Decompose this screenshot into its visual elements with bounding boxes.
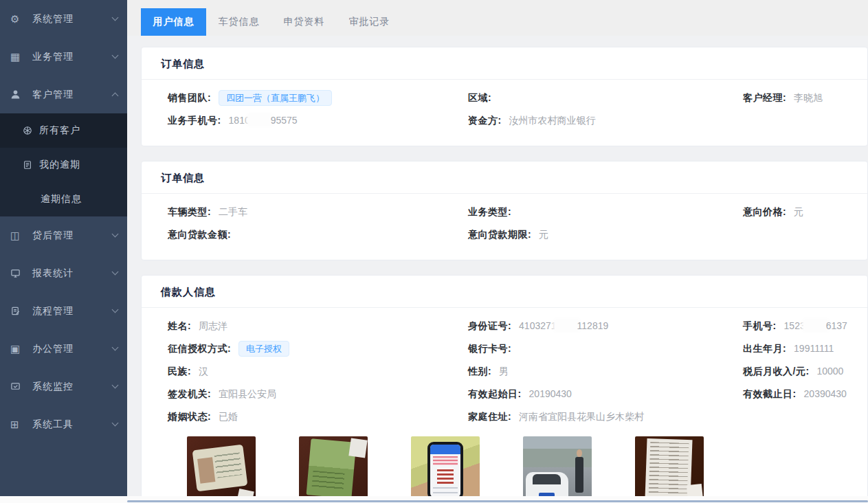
sidebar-item-office-management[interactable]: ▣ 办公管理 — [0, 330, 127, 368]
main-content: 用户信息 车贷信息 申贷资料 审批记录 订单信息 销售团队: 四团一营（直属王鹏… — [127, 0, 868, 503]
redaction-blur — [803, 320, 828, 331]
photo-item: 征信授权 — [411, 436, 480, 503]
sidebar-item-system-monitoring[interactable]: 系统监控 — [0, 368, 127, 405]
field-sales-team: 销售团队: 四团一营（直属王鹏飞） — [168, 90, 468, 107]
field-name: 姓名: 周志洋 — [168, 320, 468, 333]
sidebar-item-label: 系统管理 — [32, 13, 113, 25]
field-valid-from: 有效起始日: 20190430 — [468, 388, 743, 401]
field-issuing-authority: 签发机关: 宜阳县公安局 — [168, 388, 468, 401]
grid-icon: ▦ — [10, 51, 27, 63]
field-bank-card: 银行卡号: — [468, 343, 743, 355]
sidebar-item-customer-management[interactable]: 客户管理 — [0, 76, 127, 113]
field-business-type: 业务类型: — [468, 206, 743, 219]
sidebar-item-system-tools[interactable]: ⊞ 系统工具 — [0, 405, 127, 443]
chevron-down-icon — [112, 420, 119, 427]
report-monitor-icon — [10, 268, 27, 278]
customers-wheel-icon — [23, 126, 38, 135]
sidebar-item-label: 流程管理 — [32, 305, 113, 317]
sales-team-tag[interactable]: 四团一营（直属王鹏飞） — [219, 90, 332, 107]
sidebar-item-my-overdue[interactable]: 我的逾期 — [0, 148, 127, 182]
toolbox-icon: ⊞ — [10, 418, 27, 431]
app-window: ⚙ 系统管理 ▦ 业务管理 客户管理 所有客户 — [0, 0, 868, 503]
field-intended-loan-term: 意向贷款期限: 元 — [468, 229, 743, 241]
tab-car-loan-info[interactable]: 车贷信息 — [206, 8, 271, 36]
field-mobile: 手机号: 15236137 — [743, 320, 854, 333]
field-ethnicity: 民族: 汉 — [168, 366, 468, 378]
field-birth-date: 出生年月: 19911111 — [743, 343, 854, 355]
sidebar-item-system-management[interactable]: ⚙ 系统管理 — [0, 0, 127, 38]
sidebar-item-all-customers[interactable]: 所有客户 — [0, 113, 127, 148]
sidebar-item-label: 所有客户 — [39, 124, 80, 137]
green-booklet-photo[interactable] — [299, 436, 368, 503]
sidebar-item-label: 系统工具 — [32, 418, 113, 431]
sidebar-item-label: 我的逾期 — [39, 159, 80, 171]
chevron-down-icon — [112, 52, 119, 59]
field-credit-auth-method: 征信授权方式: 电子授权 — [168, 341, 468, 357]
sidebar-item-business-management[interactable]: ▦ 业务管理 — [0, 38, 127, 76]
field-home-address: 家庭住址: 河南省宜阳县花果山乡木柴村 — [468, 411, 743, 423]
id-card-photo[interactable] — [187, 436, 256, 503]
sidebar-item-label: 系统监控 — [32, 381, 113, 393]
chevron-down-icon — [112, 231, 119, 238]
person-car-photo[interactable] — [523, 436, 592, 503]
field-marital-status: 婚姻状态: 已婚 — [168, 411, 468, 423]
field-region: 区域: — [468, 92, 743, 104]
photo-item: 人车合影 — [523, 436, 592, 503]
card-title: 订单信息 — [142, 47, 867, 80]
sidebar-item-postloan-management[interactable]: ◫ 贷后管理 — [0, 216, 127, 254]
gear-icon: ⚙ — [10, 13, 27, 25]
user-icon — [10, 89, 27, 100]
credit-auth-tag[interactable]: 电子授权 — [238, 341, 289, 357]
tab-approval-records[interactable]: 审批记录 — [337, 8, 402, 36]
phone-qr-photo[interactable] — [411, 436, 480, 503]
redaction-blur — [555, 320, 579, 331]
borrower-photo-gallery: 身份证 驾驶证原件 征信授权 — [187, 436, 854, 503]
office-square-icon: ▣ — [10, 343, 27, 355]
field-intended-price: 意向价格: 元 — [743, 206, 854, 219]
chevron-down-icon — [112, 306, 119, 313]
monitor-check-icon — [10, 381, 27, 392]
order-info-card: 订单信息 销售团队: 四团一营（直属王鹏飞） 区域: 客户经理: — [141, 47, 868, 146]
sidebar-item-workflow-management[interactable]: 流程管理 — [0, 292, 127, 330]
field-id-number: 身份证号: 4103271112819 — [468, 320, 743, 333]
workflow-clipboard-icon — [10, 306, 27, 316]
sidebar-item-label: 业务管理 — [32, 51, 113, 63]
field-gender: 性别: 男 — [468, 366, 743, 378]
field-funder: 资金方: 汝州市农村商业银行 — [468, 115, 743, 127]
sidebar-item-label: 贷后管理 — [32, 230, 113, 242]
field-account-manager: 客户经理: 李晓旭 — [743, 92, 854, 104]
sidebar-item-label: 逾期信息 — [41, 193, 82, 205]
tab-panel-user-info: 订单信息 销售团队: 四团一营（直属王鹏飞） 区域: 客户经理: — [127, 36, 868, 503]
photo-item: 身份证 — [187, 436, 256, 503]
field-valid-to: 有效截止日: 20390430 — [743, 388, 854, 401]
chevron-down-icon — [112, 269, 119, 276]
handwritten-doc-photo[interactable] — [635, 436, 704, 503]
open-book-icon: ◫ — [10, 230, 27, 242]
sidebar-item-label: 客户管理 — [32, 89, 113, 101]
detail-tabs: 用户信息 车贷信息 申贷资料 审批记录 — [127, 0, 868, 36]
field-monthly-income: 税后月收入/元: 10000 — [743, 366, 854, 378]
field-business-phone: 业务手机号: 181095575 — [168, 115, 468, 127]
chevron-down-icon — [112, 344, 119, 351]
horizontal-scrollbar[interactable] — [0, 496, 868, 503]
chevron-up-icon — [112, 93, 119, 100]
sidebar-item-overdue-info[interactable]: 逾期信息 — [0, 182, 127, 216]
photo-item: 其他材料 — [635, 436, 704, 503]
field-intended-loan-amount: 意向贷款金额: — [168, 229, 468, 241]
loan-intent-card: 订单信息 车辆类型: 二手车 业务类型: 意向价格: 元 — [141, 161, 868, 260]
card-title: 订单信息 — [142, 161, 867, 194]
tab-loan-application-docs[interactable]: 申贷资料 — [271, 8, 337, 36]
tab-user-info[interactable]: 用户信息 — [141, 8, 206, 36]
horizontal-scrollbar-thumb[interactable] — [127, 500, 868, 502]
overdue-document-icon — [23, 160, 38, 170]
chevron-down-icon — [112, 14, 119, 21]
redaction-blur — [248, 115, 273, 125]
customer-management-submenu: 所有客户 我的逾期 逾期信息 — [0, 113, 127, 216]
chevron-down-icon — [112, 382, 119, 389]
borrower-info-card: 借款人信息 姓名: 周志洋 身份证号: 4103271112819 手机号: — [141, 275, 868, 503]
sidebar-item-report-statistics[interactable]: 报表统计 — [0, 254, 127, 292]
sidebar-item-label: 办公管理 — [32, 343, 113, 355]
sidebar-item-label: 报表统计 — [32, 267, 113, 280]
photo-item: 驾驶证原件 — [299, 436, 368, 503]
sidebar: ⚙ 系统管理 ▦ 业务管理 客户管理 所有客户 — [0, 0, 127, 496]
